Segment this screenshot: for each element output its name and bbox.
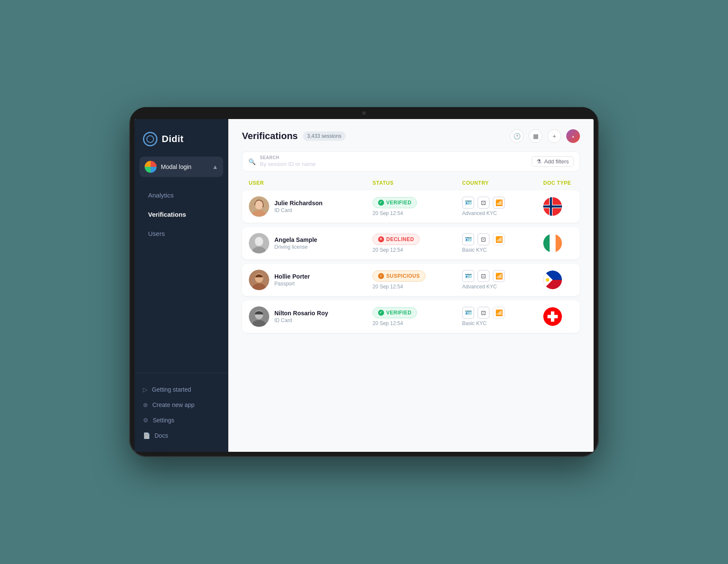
kyc-label: Advanced KYC bbox=[462, 284, 539, 290]
document-icon: 📄 bbox=[143, 432, 150, 439]
page-title: Verifications bbox=[242, 131, 298, 142]
play-icon: ▷ bbox=[143, 386, 148, 393]
col-user: USER bbox=[249, 180, 368, 186]
svg-rect-34 bbox=[547, 315, 558, 318]
user-doc: Passport bbox=[274, 281, 310, 287]
table-row[interactable]: Nilton Rosario Roy ID Card ✓ VERIFIED 20… bbox=[242, 300, 580, 333]
create-new-app-item[interactable]: ⊕ Create new app bbox=[134, 397, 228, 413]
app-name: Modal login bbox=[161, 163, 208, 170]
table-row[interactable]: Julie Richardson ID Card ✓ VERIFIED 20 S… bbox=[242, 190, 580, 223]
user-name: Julie Richardson bbox=[274, 200, 323, 206]
user-cell: Julie Richardson ID Card bbox=[249, 196, 368, 217]
status-cell: ✓ VERIFIED 20 Sep 12:54 bbox=[373, 197, 458, 216]
user-cell: Angela Sample Driving license bbox=[249, 233, 368, 253]
user-doc: ID Card bbox=[274, 317, 328, 323]
status-badge: ✓ VERIFIED bbox=[373, 197, 417, 208]
flag-philippines bbox=[543, 270, 562, 289]
svg-rect-9 bbox=[550, 197, 552, 216]
svg-point-14 bbox=[255, 237, 263, 246]
clock-button[interactable]: 🕐 bbox=[510, 129, 524, 143]
grid-button[interactable]: ▦ bbox=[529, 129, 542, 143]
sidebar-item-verifications[interactable]: Verifications bbox=[138, 206, 225, 223]
page-header: Verifications 3,433 sessions 🕐 ▦ + bbox=[242, 129, 580, 143]
search-placeholder: By session ID or name bbox=[260, 161, 316, 167]
nfc-icon: 📶 bbox=[493, 233, 505, 245]
table-row[interactable]: Angela Sample Driving license ✕ DECLINED… bbox=[242, 227, 580, 259]
session-badge: 3,433 sessions bbox=[303, 131, 346, 141]
app-logo-text: Didit bbox=[162, 134, 183, 145]
sidebar-item-analytics[interactable]: Analytics bbox=[138, 186, 225, 204]
x-icon: ✕ bbox=[378, 236, 384, 242]
status-time: 20 Sep 12:54 bbox=[373, 210, 458, 216]
kyc-label: Advanced KYC bbox=[462, 210, 539, 216]
id-icon: 🪪 bbox=[462, 197, 474, 209]
search-label-group: SEARCH By session ID or name bbox=[260, 155, 527, 168]
kyc-icons: 🪪 ⊡ 📶 bbox=[462, 233, 539, 245]
tablet-top-bar bbox=[129, 107, 599, 119]
country-cell: 🪪 ⊡ 📶 Basic KYC bbox=[462, 307, 539, 326]
svg-rect-8 bbox=[543, 206, 562, 208]
add-button[interactable]: + bbox=[547, 129, 561, 143]
plus-circle-icon: ⊕ bbox=[143, 401, 148, 408]
add-filters-button[interactable]: ⚗ Add filters bbox=[532, 156, 574, 167]
face-scan-icon: ⊡ bbox=[478, 197, 489, 209]
flag-switzerland bbox=[543, 307, 562, 326]
sidebar-bottom: ▷ Getting started ⊕ Create new app ⚙ Set… bbox=[134, 373, 228, 443]
grid-icon: ▦ bbox=[533, 133, 539, 140]
gear-icon: ⚙ bbox=[143, 417, 149, 424]
search-label: SEARCH bbox=[260, 155, 527, 160]
docs-item[interactable]: 📄 Docs bbox=[134, 428, 228, 443]
status-cell: ✕ DECLINED 20 Sep 12:54 bbox=[373, 234, 458, 253]
status-time: 20 Sep 12:54 bbox=[373, 284, 458, 290]
header-actions: 🕐 ▦ + ⬥ bbox=[510, 129, 580, 143]
flag-cell bbox=[543, 307, 573, 326]
status-badge: ✕ DECLINED bbox=[373, 234, 419, 245]
user-avatar-header[interactable]: ⬥ bbox=[566, 129, 580, 143]
flag-cell bbox=[543, 270, 573, 289]
status-cell: ✓ VERIFIED 20 Sep 12:54 bbox=[373, 307, 458, 326]
user-info: Angela Sample Driving license bbox=[274, 236, 317, 250]
main-content: Verifications 3,433 sessions 🕐 ▦ + bbox=[228, 119, 594, 452]
svg-point-4 bbox=[255, 201, 263, 209]
search-bar: 🔍 SEARCH By session ID or name ⚗ Add fil… bbox=[242, 151, 580, 172]
plus-icon: + bbox=[553, 133, 556, 140]
user-name: Hollie Porter bbox=[274, 273, 310, 280]
col-country: COUNTRY bbox=[462, 180, 539, 186]
table-row[interactable]: Hollie Porter Passport ! SUSPICIOUS 20 S… bbox=[242, 264, 580, 296]
settings-item[interactable]: ⚙ Settings bbox=[134, 413, 228, 428]
search-icon: 🔍 bbox=[248, 158, 256, 165]
status-badge: ✓ VERIFIED bbox=[373, 307, 417, 318]
logo-icon bbox=[143, 132, 157, 146]
kyc-icons: 🪪 ⊡ 📶 bbox=[462, 307, 539, 319]
device-wrapper: Didit Modal login ▲ Analytics Verificati… bbox=[129, 107, 599, 457]
camera-dot bbox=[362, 111, 366, 115]
user-info: Julie Richardson ID Card bbox=[274, 200, 323, 213]
flag-cell bbox=[543, 197, 573, 216]
sidebar-item-users[interactable]: Users bbox=[138, 225, 225, 242]
user-doc: ID Card bbox=[274, 207, 323, 213]
avatar bbox=[249, 196, 269, 217]
logo-inner-circle bbox=[146, 135, 154, 143]
sidebar-logo: Didit bbox=[134, 128, 228, 157]
flag-norway bbox=[543, 197, 562, 216]
table-header: USER STATUS COUNTRY DOC TYPE bbox=[242, 180, 580, 190]
tablet-screen: Didit Modal login ▲ Analytics Verificati… bbox=[134, 119, 594, 452]
face-scan-icon: ⊡ bbox=[478, 270, 489, 282]
getting-started-item[interactable]: ▷ Getting started bbox=[134, 382, 228, 397]
country-cell: 🪪 ⊡ 📶 Advanced KYC bbox=[462, 197, 539, 216]
svg-rect-18 bbox=[556, 234, 562, 253]
user-info: Nilton Rosario Roy ID Card bbox=[274, 310, 328, 323]
chevron-up-icon: ▲ bbox=[212, 163, 218, 170]
face-scan-icon: ⊡ bbox=[478, 233, 489, 245]
status-time: 20 Sep 12:54 bbox=[373, 320, 458, 326]
app-selector[interactable]: Modal login ▲ bbox=[140, 157, 223, 177]
kyc-label: Basic KYC bbox=[462, 247, 539, 253]
status-badge: ! SUSPICIOUS bbox=[373, 270, 425, 282]
tablet-shell: Didit Modal login ▲ Analytics Verificati… bbox=[129, 107, 599, 457]
svg-rect-17 bbox=[543, 234, 550, 253]
nfc-icon: 📶 bbox=[493, 307, 505, 319]
check-icon: ✓ bbox=[378, 200, 384, 206]
col-doctype: DOC TYPE bbox=[543, 180, 573, 186]
id-icon: 🪪 bbox=[462, 270, 474, 282]
country-cell: 🪪 ⊡ 📶 Basic KYC bbox=[462, 233, 539, 253]
